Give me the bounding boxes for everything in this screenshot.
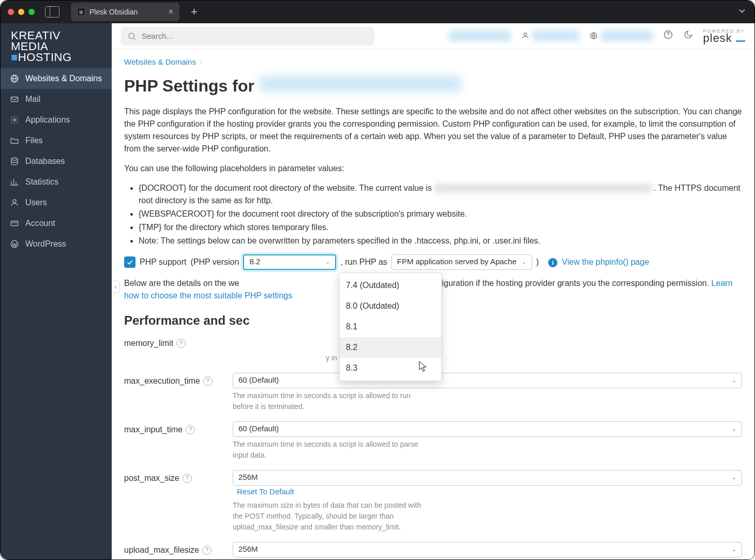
sidebar-item-applications[interactable]: Applications bbox=[1, 110, 112, 130]
topbar-item-blurred bbox=[449, 30, 511, 41]
window-controls bbox=[8, 9, 35, 15]
docroot-blurred bbox=[434, 184, 652, 192]
chevron-down-icon: ⌄ bbox=[522, 258, 526, 266]
svg-point-5 bbox=[13, 200, 16, 203]
help-icon[interactable]: ? bbox=[202, 546, 212, 555]
php-handler-select[interactable]: FPM application served by Apache ⌄ bbox=[391, 254, 532, 270]
max-input-time-select[interactable]: 60 (Default)⌄ bbox=[233, 421, 742, 437]
php-version-select[interactable]: 8.2 ⌄ bbox=[243, 254, 336, 270]
help-icon[interactable]: ? bbox=[186, 425, 195, 434]
dropdown-option[interactable]: 8.1 bbox=[340, 316, 441, 337]
page-title-domain-blurred bbox=[260, 76, 461, 92]
help-icon[interactable]: ? bbox=[203, 376, 213, 386]
cursor-icon bbox=[418, 360, 428, 377]
sidebar-item-label: Applications bbox=[25, 115, 70, 125]
sidebar-item-databases[interactable]: Databases bbox=[1, 151, 112, 172]
svg-point-4 bbox=[11, 158, 18, 160]
help-button[interactable] bbox=[663, 29, 673, 42]
setting-max-input-time: max_input_time ? 60 (Default)⌄ The maxim… bbox=[124, 421, 742, 461]
new-tab-button[interactable]: + bbox=[191, 5, 198, 19]
sidebar: KREATIV MEDIA ■HOSTING Websites & Domain… bbox=[1, 23, 112, 559]
breadcrumb-root[interactable]: Websites & Domains bbox=[124, 56, 196, 68]
content: ‹ Websites & Domains PHP Settings for Th… bbox=[112, 49, 754, 559]
brand-logo: KREATIV MEDIA ■HOSTING bbox=[1, 23, 112, 68]
post-max-size-select[interactable]: 256M⌄ bbox=[233, 470, 742, 486]
dark-mode-toggle[interactable] bbox=[684, 30, 693, 41]
php-version-label: (PHP version bbox=[190, 256, 239, 268]
chart-icon bbox=[10, 177, 19, 187]
browser-tab[interactable]: ▦ Plesk Obsidian × bbox=[71, 3, 179, 21]
search-field[interactable] bbox=[142, 32, 368, 40]
setting-label: post_max_size bbox=[124, 472, 179, 485]
intro-text: This page displays the PHP configuration… bbox=[124, 105, 742, 155]
chevron-down-icon: ⌄ bbox=[325, 258, 330, 266]
sidebar-item-label: Statistics bbox=[25, 177, 58, 187]
max-execution-time-select[interactable]: 60 (Default)⌄ bbox=[233, 373, 742, 388]
list-item: {TMP} for the directory which stores tem… bbox=[139, 221, 742, 234]
list-item: {DOCROOT} for the document root director… bbox=[139, 182, 742, 207]
topbar-user-blurred[interactable] bbox=[533, 30, 579, 41]
setting-label: upload_max_filesize bbox=[124, 544, 199, 556]
sidebar-toggle-icon[interactable] bbox=[45, 6, 59, 18]
page-title: PHP Settings for bbox=[124, 73, 742, 98]
logo-accent: ■ bbox=[11, 51, 18, 64]
maximize-window-button[interactable] bbox=[28, 9, 35, 15]
sidebar-item-users[interactable]: Users bbox=[1, 192, 112, 213]
setting-label: max_input_time bbox=[124, 423, 183, 436]
globe-icon bbox=[10, 74, 19, 83]
php-support-row: PHP support (PHP version 8.2 ⌄ , run PHP… bbox=[124, 254, 742, 270]
reset-post-max-size[interactable]: Reset To Default bbox=[237, 487, 294, 496]
tab-favicon: ▦ bbox=[77, 8, 85, 16]
collapse-sidebar-button[interactable]: ‹ bbox=[112, 281, 120, 293]
sidebar-item-label: Databases bbox=[25, 157, 65, 166]
sidebar-item-label: Websites & Domains bbox=[25, 74, 102, 83]
sidebar-item-label: Mail bbox=[25, 95, 40, 104]
close-paren: ) bbox=[536, 256, 539, 268]
sidebar-item-account[interactable]: Account bbox=[1, 213, 112, 234]
php-support-checkbox[interactable] bbox=[124, 256, 135, 268]
sidebar-item-wordpress[interactable]: WordPress bbox=[1, 234, 112, 254]
search-input[interactable] bbox=[121, 27, 374, 46]
gear-icon bbox=[10, 115, 19, 125]
sidebar-item-websites-domains[interactable]: Websites & Domains bbox=[1, 68, 112, 89]
phpinfo-link[interactable]: View the phpinfo() page bbox=[562, 258, 650, 266]
php-support-label: PHP support bbox=[140, 256, 186, 268]
info-icon: i bbox=[548, 258, 557, 267]
php-version-value: 8.2 bbox=[249, 256, 260, 268]
database-icon bbox=[10, 157, 19, 166]
svg-point-3 bbox=[13, 118, 16, 121]
dropdown-option[interactable]: 7.4 (Outdated) bbox=[340, 275, 441, 296]
close-tab-button[interactable]: × bbox=[169, 7, 173, 17]
minimize-window-button[interactable] bbox=[18, 9, 24, 15]
help-icon[interactable]: ? bbox=[176, 339, 186, 348]
svg-point-9 bbox=[524, 33, 526, 36]
chevron-down-icon: ⌄ bbox=[732, 376, 736, 385]
setting-label: max_execution_time bbox=[124, 375, 200, 387]
sidebar-item-label: Account bbox=[25, 219, 55, 228]
mail-icon bbox=[10, 95, 19, 104]
svg-rect-6 bbox=[11, 221, 18, 225]
reset-upload-max-filesize[interactable]: Reset To Default bbox=[237, 559, 294, 560]
topbar: POWERED BY plesk bbox=[112, 23, 754, 49]
sidebar-item-label: Users bbox=[25, 198, 47, 207]
sidebar-item-statistics[interactable]: Statistics bbox=[1, 172, 112, 192]
main: POWERED BY plesk ‹ Websites & Domains PH… bbox=[112, 23, 754, 559]
page-title-text: PHP Settings for bbox=[124, 73, 254, 98]
dropdown-option[interactable]: 8.0 (Outdated) bbox=[340, 296, 441, 316]
upload-max-filesize-select[interactable]: 256M⌄ bbox=[233, 542, 742, 557]
sidebar-item-label: Files bbox=[25, 136, 43, 145]
help-icon[interactable]: ? bbox=[183, 474, 192, 483]
sidebar-item-mail[interactable]: Mail bbox=[1, 89, 112, 110]
dropdown-option[interactable]: 8.2 bbox=[340, 337, 441, 358]
tabs-overflow-button[interactable] bbox=[737, 6, 747, 18]
topbar-domain-blurred[interactable] bbox=[601, 30, 653, 41]
card-icon bbox=[10, 219, 19, 228]
chevron-down-icon: ⌄ bbox=[732, 473, 736, 482]
chevron-down-icon: ⌄ bbox=[732, 545, 736, 554]
close-window-button[interactable] bbox=[8, 9, 14, 15]
globe-icon bbox=[590, 32, 598, 40]
plesk-brand: plesk bbox=[703, 32, 732, 44]
setting-upload-max-filesize: upload_max_filesize ? 256M⌄ Reset To Def… bbox=[124, 542, 742, 560]
sidebar-item-files[interactable]: Files bbox=[1, 130, 112, 151]
tab-title: Plesk Obsidian bbox=[89, 8, 138, 16]
